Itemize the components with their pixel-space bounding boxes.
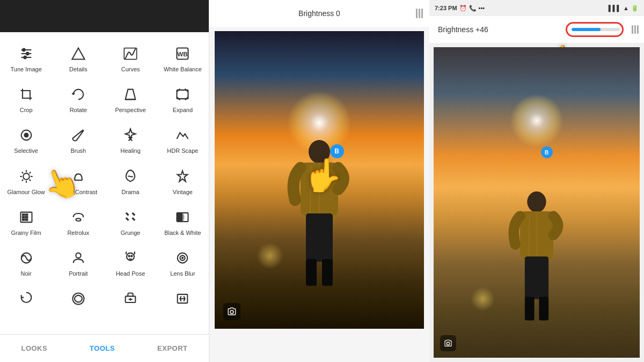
tool-healing[interactable]: Healing: [105, 119, 157, 160]
healing-label: Healing: [120, 147, 140, 154]
retrolux-label: Retrolux: [67, 230, 89, 237]
details-label: Details: [69, 66, 87, 73]
svg-line-23: [21, 172, 23, 173]
drama-label: Drama: [122, 189, 140, 196]
brush-icon: [69, 125, 88, 145]
tool-drama[interactable]: Drama: [105, 160, 157, 201]
tool-rotate[interactable]: Rotate: [52, 78, 104, 119]
grunge-icon: [121, 208, 140, 227]
nav-looks[interactable]: LOOKS: [12, 340, 56, 357]
svg-text:WB: WB: [178, 50, 188, 57]
selective-label: Selective: [14, 147, 38, 154]
svg-rect-35: [25, 219, 27, 220]
svg-point-14: [24, 134, 28, 137]
head-pose-icon: [121, 248, 140, 268]
tool-crop[interactable]: Crop: [0, 78, 52, 119]
camera-icon-right[interactable]: [440, 335, 456, 351]
nav-export[interactable]: EXPORT: [149, 340, 196, 357]
svg-point-36: [76, 218, 80, 221]
tool-details[interactable]: Details: [52, 38, 104, 78]
right-panel: 7:23 PM ⏰ 📞 ••• ▌▌▌ ▲ 🔋 Brightness +46 👆: [429, 0, 644, 362]
perspective-icon: [121, 85, 140, 104]
nav-tools[interactable]: TOOLS: [81, 340, 123, 357]
tool-grunge[interactable]: Grunge: [105, 201, 157, 242]
white-balance-label: White Balance: [164, 66, 202, 73]
right-photo: B: [434, 47, 640, 358]
tool-noir[interactable]: Noir: [0, 242, 52, 283]
tool-tonal-contrast[interactable]: Tonal Contrast: [52, 160, 104, 201]
svg-rect-65: [525, 297, 535, 320]
b-badge-right: B: [541, 146, 553, 158]
battery-icon: 🔋: [631, 5, 639, 12]
tool-more4[interactable]: [157, 283, 209, 316]
brush-label: Brush: [71, 147, 86, 154]
expand-icon: [173, 85, 192, 104]
svg-line-24: [29, 179, 30, 180]
tool-hdr-scape[interactable]: HDR Scape: [157, 119, 209, 160]
svg-rect-66: [539, 297, 548, 320]
tool-tune-image[interactable]: Tune Image: [0, 38, 52, 78]
status-icons: ▌▌▌ ▲ 🔋: [609, 5, 639, 12]
tool-vintage[interactable]: Vintage: [157, 160, 209, 201]
svg-point-60: [527, 191, 546, 212]
camera-icon-middle[interactable]: [223, 303, 240, 320]
svg-rect-56: [306, 213, 333, 262]
portrait-icon: [69, 248, 88, 268]
tool-more3[interactable]: [105, 283, 157, 316]
more1-icon: [17, 289, 36, 308]
tool-retrolux[interactable]: Retrolux: [52, 201, 104, 242]
svg-point-42: [131, 255, 132, 256]
svg-point-59: [230, 311, 233, 314]
glamour-glow-label: Glamour Glow: [7, 189, 45, 196]
svg-point-39: [76, 253, 80, 258]
curves-label: Curves: [121, 66, 140, 73]
vintage-label: Vintage: [173, 189, 193, 196]
middle-photo: B 👆: [215, 31, 424, 329]
tool-brush[interactable]: Brush: [52, 119, 104, 160]
right-brightness-bar: Brightness +46: [429, 16, 644, 43]
tool-grainy-film[interactable]: Grainy Film: [0, 201, 52, 242]
more4-icon: [173, 289, 192, 308]
svg-marker-10: [126, 90, 136, 100]
middle-panel: Brightness 0: [209, 0, 429, 362]
svg-rect-33: [25, 217, 27, 218]
right-photo-bg: [434, 47, 640, 358]
svg-marker-28: [178, 171, 188, 181]
right-brightness-text: Brightness +46: [438, 25, 488, 34]
tool-head-pose[interactable]: Head Pose: [105, 242, 157, 283]
right-person-silhouette: [506, 186, 568, 336]
svg-point-18: [23, 173, 30, 180]
tool-portrait[interactable]: Portrait: [52, 242, 104, 283]
lens-blur-label: Lens Blur: [170, 270, 195, 277]
grunge-label: Grunge: [121, 230, 141, 237]
tool-lens-blur[interactable]: Lens Blur: [157, 242, 209, 283]
more3-icon: [121, 289, 140, 308]
tool-glamour-glow[interactable]: Glamour Glow: [0, 160, 52, 201]
lens-flare: [257, 242, 283, 269]
rotate-icon: [69, 85, 88, 104]
status-bar: 7:23 PM ⏰ 📞 ••• ▌▌▌ ▲ 🔋: [429, 0, 644, 16]
tool-black-white[interactable]: Black & White: [157, 201, 209, 242]
grainy-film-label: Grainy Film: [11, 230, 41, 237]
svg-point-5: [24, 56, 26, 59]
bottom-navigation: LOOKS TOOLS EXPORT: [0, 334, 209, 362]
hdr-scape-label: HDR Scape: [167, 147, 198, 154]
tool-expand[interactable]: Expand: [157, 78, 209, 119]
selective-icon: [17, 125, 36, 145]
status-time: 7:23 PM ⏰ 📞 •••: [435, 5, 485, 12]
tool-selective[interactable]: Selective: [0, 119, 52, 160]
svg-point-41: [129, 255, 130, 256]
svg-rect-64: [525, 256, 548, 299]
red-highlight-circle: [566, 22, 624, 37]
hdr-scape-icon: [173, 125, 192, 145]
svg-rect-30: [23, 214, 25, 215]
tool-more2[interactable]: [52, 283, 104, 316]
tool-perspective[interactable]: Perspective: [105, 78, 157, 119]
svg-marker-6: [72, 48, 84, 60]
svg-rect-12: [177, 90, 188, 99]
noir-label: Noir: [21, 270, 32, 277]
svg-line-25: [29, 172, 30, 173]
tool-more1[interactable]: [0, 283, 52, 316]
tool-curves[interactable]: Curves: [105, 38, 157, 78]
tool-white-balance[interactable]: WB White Balance: [157, 38, 209, 78]
